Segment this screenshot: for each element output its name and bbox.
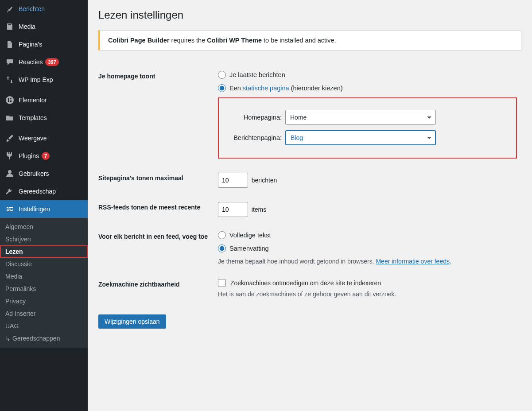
user-icon <box>5 169 14 178</box>
folder-icon <box>5 113 14 122</box>
submenu-permalinks[interactable]: Permalinks <box>0 283 88 295</box>
menu-label: Templates <box>19 114 47 121</box>
save-button[interactable]: Wijzigingen opslaan <box>98 314 166 329</box>
link-static-page[interactable]: statische pagina <box>243 85 289 92</box>
plug-icon <box>5 151 14 160</box>
label-latest-posts[interactable]: Je laatste berichten <box>229 71 285 78</box>
row-feed-label: Voor elk bericht in een feed, voeg toe <box>98 224 214 272</box>
menu-item-appearance[interactable]: Weergave <box>0 129 88 147</box>
admin-sidebar: Berichten Media Pagina's Reacties 397 WP… <box>0 0 88 411</box>
label-discourage-search[interactable]: Zoekmachines ontmoedigen om deze site te… <box>230 279 381 287</box>
menu-item-plugins[interactable]: Plugins 7 <box>0 147 88 165</box>
suffix-items: items <box>252 206 266 213</box>
menu-item-settings[interactable]: Instellingen <box>0 200 88 218</box>
submenu-tools[interactable]: ↳Gereedschappen <box>0 332 88 345</box>
menu-item-media[interactable]: Media <box>0 18 88 35</box>
svg-rect-1 <box>8 98 9 102</box>
link-feeds-info[interactable]: Meer informatie over feeds <box>376 258 450 265</box>
menu-label: Pagina's <box>19 41 42 48</box>
menu-item-templates[interactable]: Templates <box>0 109 88 127</box>
page-title: Lezen instellingen <box>98 9 521 21</box>
menu-label: WP Imp Exp <box>19 76 53 83</box>
radio-full-text[interactable] <box>218 231 226 239</box>
select-posts-page[interactable]: Blog <box>285 130 436 145</box>
menu-label: Instellingen <box>19 206 50 213</box>
menu-label: Berichten <box>19 5 45 12</box>
menu-label: Media <box>19 23 35 30</box>
svg-rect-4 <box>10 101 12 102</box>
checkbox-discourage-search[interactable] <box>218 279 226 287</box>
radio-latest-posts[interactable] <box>218 71 226 79</box>
pin-icon <box>5 4 14 13</box>
submenu-privacy[interactable]: Privacy <box>0 295 88 307</box>
row-sitepages-label: Sitepagina's tonen maximaal <box>98 166 214 195</box>
row-seo-label: Zoekmachine zichtbaarheid <box>98 272 214 305</box>
menu-item-pages[interactable]: Pagina's <box>0 35 88 53</box>
import-export-icon <box>5 75 14 84</box>
row-rss-label: RSS-feeds tonen de meest recente <box>98 195 214 224</box>
comments-badge: 397 <box>45 58 58 66</box>
menu-item-tools[interactable]: Gereedschap <box>0 182 88 200</box>
menu-label: Plugins <box>19 152 39 159</box>
menu-label: Weergave <box>19 135 47 142</box>
submenu-media[interactable]: Media <box>0 270 88 283</box>
label-full-text[interactable]: Volledige tekst <box>229 232 271 239</box>
menu-item-elementor[interactable]: Elementor <box>0 91 88 109</box>
label-summary[interactable]: Samenvatting <box>229 245 269 252</box>
arrow-return-icon: ↳ <box>5 335 11 342</box>
brush-icon <box>5 134 14 143</box>
main-content: Lezen instellingen Colibri Page Builder … <box>88 0 532 411</box>
svg-rect-2 <box>10 98 12 99</box>
menu-item-posts[interactable]: Berichten <box>0 0 88 18</box>
radio-static-page[interactable] <box>218 84 226 92</box>
suffix-posts: berichten <box>252 177 277 184</box>
elementor-icon <box>5 96 14 105</box>
input-rss-items[interactable] <box>218 202 248 217</box>
label-posts-page-select: Berichtenpagina: <box>224 134 282 141</box>
label-static-page[interactable]: Een statische pagina (hieronder kiezen) <box>229 85 343 92</box>
menu-item-wp-imp-exp[interactable]: WP Imp Exp <box>0 71 88 89</box>
wrench-icon <box>5 187 14 196</box>
submenu-reading[interactable]: Lezen <box>0 245 88 258</box>
page-select-box: Homepagina: Home Berichtenpagina: <box>218 97 517 159</box>
submenu-uag[interactable]: UAG <box>0 320 88 332</box>
media-icon <box>5 22 14 31</box>
menu-item-comments[interactable]: Reacties 397 <box>0 53 88 71</box>
select-homepage[interactable]: Home <box>285 110 436 125</box>
radio-summary[interactable] <box>218 244 226 252</box>
row-homepage-label: Je homepage toont <box>98 64 214 166</box>
menu-item-users[interactable]: Gebruikers <box>0 165 88 182</box>
comments-icon <box>5 58 14 66</box>
svg-rect-3 <box>10 100 12 101</box>
notice-strong-1: Colibri Page Builder <box>108 37 170 44</box>
svg-point-5 <box>8 170 12 174</box>
page-icon <box>5 40 14 49</box>
submenu-general[interactable]: Algemeen <box>0 221 88 233</box>
plugins-badge: 7 <box>42 152 50 160</box>
menu-label: Elementor <box>19 97 47 104</box>
seo-description: Het is aan de zoekmachines of ze gehoor … <box>218 291 517 298</box>
sliders-icon <box>5 205 14 213</box>
submenu-writing[interactable]: Schrijven <box>0 233 88 245</box>
menu-label: Reacties <box>19 58 43 66</box>
label-homepage-select: Homepagina: <box>224 114 282 121</box>
feed-description: Je thema bepaalt hoe inhoud wordt getoon… <box>218 258 517 265</box>
notice-strong-2: Colibri WP Theme <box>207 37 262 44</box>
submenu-ad-inserter[interactable]: Ad Inserter <box>0 307 88 320</box>
menu-label: Gebruikers <box>19 170 49 177</box>
input-posts-per-page[interactable] <box>218 173 248 188</box>
submenu-discussion[interactable]: Discussie <box>0 258 88 270</box>
notice-colibri: Colibri Page Builder requires the Colibr… <box>98 30 521 50</box>
menu-label: Gereedschap <box>19 188 56 195</box>
settings-submenu: Algemeen Schrijven Lezen Discussie Media… <box>0 218 88 348</box>
